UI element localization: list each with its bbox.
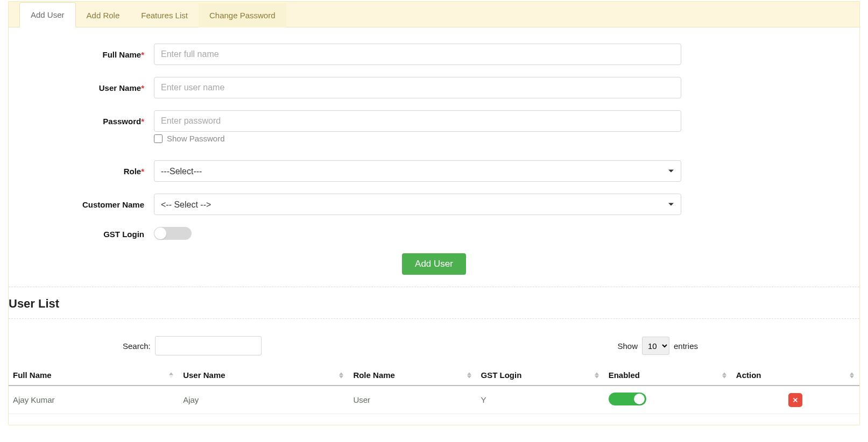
sort-icon: [339, 372, 343, 378]
gst-login-toggle[interactable]: [154, 227, 192, 240]
divider: [9, 318, 859, 319]
cell-user-name: Ajay: [179, 386, 349, 414]
close-icon: [792, 396, 799, 404]
col-enabled[interactable]: Enabled: [604, 365, 732, 386]
content-area: Full Name* User Name* Password* Sho: [9, 27, 859, 425]
cell-full-name: Ajay Kumar: [9, 386, 179, 414]
tab-bar: Add User Add Role Features List Change P…: [9, 2, 859, 27]
toggle-knob: [154, 227, 166, 239]
enabled-toggle[interactable]: [609, 393, 646, 405]
search-label: Search:: [123, 341, 151, 351]
show-password-checkbox[interactable]: [154, 134, 163, 143]
cell-role-name: User: [349, 386, 476, 414]
customer-name-label: Customer Name: [9, 200, 154, 209]
user-name-input[interactable]: [154, 77, 681, 98]
show-label: Show: [617, 341, 638, 351]
tab-label: Change Password: [209, 11, 276, 20]
tab-label: Add User: [31, 10, 65, 19]
col-action[interactable]: Action: [732, 365, 859, 386]
gst-login-label: GST Login: [9, 230, 154, 239]
add-user-button[interactable]: Add User: [402, 253, 466, 275]
toggle-knob: [634, 394, 645, 404]
col-user-name[interactable]: User Name: [179, 365, 349, 386]
col-full-name[interactable]: Full Name: [9, 365, 179, 386]
sort-icon: [722, 372, 726, 378]
tab-add-role[interactable]: Add Role: [76, 3, 131, 27]
sort-icon: [467, 372, 471, 378]
col-gst-login[interactable]: GST Login: [477, 365, 604, 386]
delete-button[interactable]: [788, 393, 802, 407]
password-input[interactable]: [154, 110, 681, 132]
role-select[interactable]: ---Select---: [154, 160, 681, 182]
tab-change-password[interactable]: Change Password: [199, 3, 286, 27]
cell-gst-login: Y: [477, 386, 604, 414]
divider: [9, 287, 859, 287]
sort-icon: [169, 372, 173, 378]
entries-label: entries: [674, 341, 698, 351]
tab-features-list[interactable]: Features List: [130, 3, 199, 27]
role-label: Role*: [9, 167, 154, 176]
sort-icon: [595, 372, 599, 378]
user-table: Full Name User Name Role Name GST L: [9, 365, 859, 414]
search-input[interactable]: [155, 336, 262, 355]
page-size-select[interactable]: 10: [642, 337, 669, 355]
tab-label: Add Role: [87, 11, 120, 20]
cell-enabled: [604, 386, 732, 414]
user-list-title: User List: [9, 297, 859, 311]
tab-add-user[interactable]: Add User: [19, 2, 76, 27]
user-name-label: User Name*: [9, 83, 154, 92]
tab-label: Features List: [141, 11, 188, 20]
customer-name-select[interactable]: <-- Select -->: [154, 194, 681, 215]
full-name-input[interactable]: [154, 44, 681, 65]
tab-container: Add User Add Role Features List Change P…: [8, 1, 860, 425]
password-label: Password*: [9, 117, 154, 126]
full-name-label: Full Name*: [9, 50, 154, 59]
cell-action: [732, 386, 859, 414]
show-password-label: Show Password: [167, 134, 225, 143]
sort-icon: [850, 372, 854, 378]
col-role-name[interactable]: Role Name: [349, 365, 476, 386]
table-row: Ajay Kumar Ajay User Y: [9, 386, 859, 414]
